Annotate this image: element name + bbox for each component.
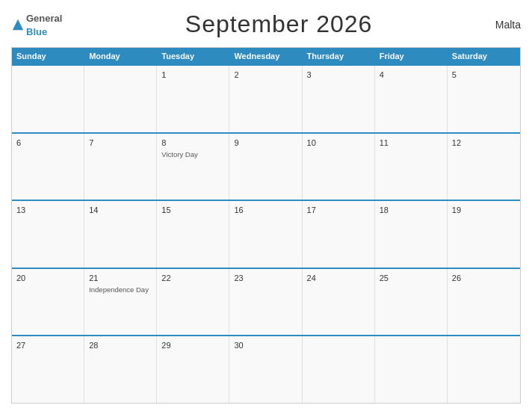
day-cell: 25: [375, 269, 448, 336]
day-header-tuesday: Tuesday: [157, 48, 229, 64]
week-row-5: 27282930: [12, 335, 520, 403]
day-number: 7: [89, 137, 152, 149]
logo-general: General: [26, 13, 62, 24]
day-number: 13: [16, 205, 79, 216]
day-number: 22: [161, 273, 224, 284]
day-header-thursday: Thursday: [303, 48, 375, 64]
day-number: 30: [234, 340, 297, 351]
week-row-2: 678Victory Day9101112: [12, 132, 520, 200]
day-number: 16: [234, 205, 297, 216]
day-cell: 14: [84, 201, 157, 268]
day-cell: 26: [448, 269, 520, 336]
day-cell: 18: [375, 201, 448, 268]
day-number: 8: [161, 137, 224, 149]
day-cell: 6: [12, 134, 84, 200]
calendar-container: General Blue September 2026 Malta Sunday…: [0, 0, 532, 411]
day-cell: 19: [448, 201, 520, 268]
day-cell: 16: [229, 201, 302, 268]
day-number: 9: [234, 137, 297, 149]
day-cell: 9: [229, 134, 302, 200]
day-header-monday: Monday: [84, 48, 157, 64]
day-header-wednesday: Wednesday: [229, 48, 302, 64]
week-row-1: 12345: [12, 64, 520, 132]
day-cell: 22: [157, 269, 229, 336]
logo: General Blue: [11, 11, 62, 38]
day-number: 15: [161, 205, 224, 216]
day-header-sunday: Sunday: [12, 48, 84, 64]
logo-text: General Blue: [26, 11, 62, 38]
day-number: 20: [16, 273, 79, 284]
day-cell: 13: [12, 201, 84, 268]
day-cell: 15: [157, 201, 229, 268]
day-number: 18: [380, 205, 442, 216]
day-number: 24: [307, 273, 370, 284]
day-cell: 4: [375, 66, 448, 132]
day-cell: 11: [375, 134, 448, 200]
day-cell: 7: [84, 134, 157, 200]
day-number: 6: [16, 137, 79, 149]
day-cell: 27: [12, 336, 84, 403]
day-number: 2: [234, 69, 297, 81]
day-cell: 12: [448, 134, 520, 200]
day-number: 21: [89, 273, 152, 284]
day-number: 14: [89, 205, 152, 216]
calendar-header: General Blue September 2026 Malta: [11, 7, 521, 41]
day-number: 26: [452, 273, 516, 284]
day-number: 3: [307, 69, 370, 81]
day-cell: [375, 336, 448, 403]
day-cell: 30: [229, 336, 302, 403]
day-cell: 10: [303, 134, 375, 200]
day-number: 27: [16, 340, 79, 351]
day-number: 17: [307, 205, 370, 216]
day-number: 25: [380, 273, 442, 284]
logo-icon: [11, 18, 25, 31]
day-cell: [12, 66, 84, 132]
logo-blue: Blue: [26, 26, 47, 37]
weeks-container: 12345678Victory Day910111213141516171819…: [12, 64, 520, 403]
day-header-saturday: Saturday: [448, 48, 520, 64]
month-title: September 2026: [185, 10, 373, 38]
day-cell: [448, 336, 520, 403]
day-number: 1: [161, 69, 224, 81]
day-event: Independence Day: [89, 285, 152, 294]
country-label: Malta: [495, 19, 521, 31]
day-cell: 23: [229, 269, 302, 336]
day-cell: 5: [448, 66, 520, 132]
day-cell: 2: [229, 66, 302, 132]
day-number: 28: [89, 340, 152, 351]
day-cell: 1: [157, 66, 229, 132]
day-cell: 17: [303, 201, 375, 268]
day-cell: 28: [84, 336, 157, 403]
day-cell: 3: [303, 66, 375, 132]
day-cell: 21Independence Day: [84, 269, 157, 336]
calendar-grid: SundayMondayTuesdayWednesdayThursdayFrid…: [11, 47, 521, 404]
day-number: 5: [452, 69, 516, 81]
week-row-4: 2021Independence Day2223242526: [12, 268, 520, 336]
day-number: 23: [234, 273, 297, 284]
day-number: 12: [452, 137, 516, 149]
day-number: 11: [380, 137, 442, 149]
day-header-friday: Friday: [375, 48, 448, 64]
day-cell: [303, 336, 375, 403]
day-number: 19: [452, 205, 516, 216]
day-cell: 24: [303, 269, 375, 336]
day-headers-row: SundayMondayTuesdayWednesdayThursdayFrid…: [12, 48, 520, 64]
week-row-3: 13141516171819: [12, 200, 520, 268]
day-cell: 8Victory Day: [157, 134, 229, 200]
day-cell: 29: [157, 336, 229, 403]
svg-marker-0: [13, 19, 23, 29]
day-event: Victory Day: [161, 150, 224, 159]
day-number: 10: [307, 137, 370, 149]
day-cell: [84, 66, 157, 132]
day-number: 29: [161, 340, 224, 351]
day-cell: 20: [12, 269, 84, 336]
day-number: 4: [380, 69, 442, 81]
